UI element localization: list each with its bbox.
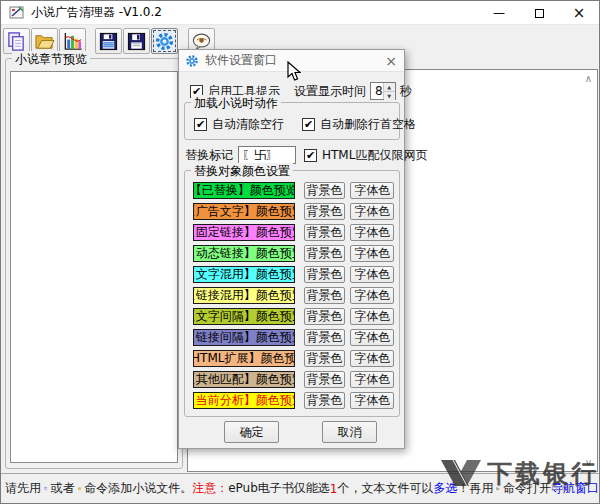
color-setting-row: 【文字间隔】颜色预览 背景色 字体色	[193, 308, 394, 325]
save-floppy-icon	[126, 31, 147, 52]
replace-mark-label: 替换标记	[185, 147, 233, 164]
save-import-button[interactable]	[95, 28, 122, 54]
close-icon: ×	[573, 4, 586, 22]
chart-icon	[62, 31, 83, 52]
settings-button[interactable]	[151, 28, 178, 54]
checkbox-check-icon: ✔	[304, 149, 317, 162]
status-text: 个，文本文件可以	[337, 480, 433, 497]
app-window: 小说广告清理器 -V1.0.2 — × 小说章节预览 ∧ ∨ 软件设置窗口	[0, 0, 600, 504]
html-match-label: HTML匹配仅限网页	[322, 147, 427, 164]
statusbar: 请先用 或者 命令添加小说文件。 注意： ePub电子书仅能选 1 个，文本文件…	[1, 473, 599, 503]
colors-groupbox: 替换对象颜色设置 【已替换】颜色预览 背景色 字体色 【广告文字】颜色预览 背景…	[184, 170, 400, 417]
color-setting-row: 【HTML扩展】颜色预览 背景色 字体色	[193, 350, 394, 367]
clear-blank-lines-checkbox[interactable]: ✔ 自动清除空行	[194, 116, 284, 133]
chapters-groupbox: 小说章节预览	[5, 58, 183, 469]
color-setting-row: 【动态链接】颜色预览 背景色 字体色	[193, 245, 394, 262]
bg-color-button[interactable]: 背景色	[304, 266, 346, 283]
minimize-button[interactable]: —	[479, 1, 519, 25]
status-text: 或者	[51, 480, 75, 497]
status-text: ！再用	[457, 480, 493, 497]
scrollbar-down-arrow[interactable]: ∨	[582, 456, 595, 469]
color-preview-label: 【固定链接】颜色预览	[193, 224, 295, 241]
status-warning: 注意：	[192, 480, 228, 497]
copy-documents-icon	[44, 481, 48, 496]
dialog-title: 软件设置窗口	[205, 52, 277, 69]
bg-color-button[interactable]: 背景色	[304, 287, 346, 304]
color-preview-label: 【链接间隔】颜色预览	[193, 329, 295, 346]
save-database-icon	[98, 31, 119, 52]
display-time-value: 8	[371, 83, 383, 99]
font-color-button[interactable]: 字体色	[350, 266, 394, 283]
status-highlight: 多选	[433, 480, 457, 497]
chapters-group-title: 小说章节预览	[12, 51, 90, 68]
spinner-up-icon[interactable]: ▲	[384, 83, 395, 92]
chapter-list[interactable]	[10, 71, 178, 463]
bg-color-button[interactable]: 背景色	[304, 329, 346, 346]
bg-color-button[interactable]: 背景色	[304, 392, 346, 409]
html-match-checkbox[interactable]: ✔ HTML匹配仅限网页	[304, 147, 427, 164]
status-text: 命令添加小说文件。	[84, 480, 192, 497]
status-text: 请先用	[5, 480, 41, 497]
color-setting-row: 【链接混用】颜色预览 背景色 字体色	[193, 287, 394, 304]
color-setting-row: 【文字混用】颜色预览 背景色 字体色	[193, 266, 394, 283]
font-color-button[interactable]: 字体色	[350, 203, 394, 220]
save-button[interactable]	[123, 28, 150, 54]
color-preview-label: 【文字混用】颜色预览	[193, 266, 295, 283]
font-color-button[interactable]: 字体色	[350, 350, 394, 367]
bg-color-button[interactable]: 背景色	[304, 350, 346, 367]
color-setting-row: 【固定链接】颜色预览 背景色 字体色	[193, 224, 394, 241]
dialog-close-button[interactable]: ×	[382, 52, 400, 70]
color-setting-row: 【链接间隔】颜色预览 背景色 字体色	[193, 329, 394, 346]
font-color-button[interactable]: 字体色	[350, 392, 394, 409]
checkbox-check-icon: ✔	[302, 118, 315, 131]
font-color-button[interactable]: 字体色	[350, 287, 394, 304]
bg-color-button[interactable]: 背景色	[304, 308, 346, 325]
status-text: 命令打开	[503, 480, 551, 497]
color-setting-row: 【已替换】颜色预览 背景色 字体色	[193, 182, 394, 199]
display-time-unit: 秒	[400, 83, 412, 100]
remove-leading-spaces-checkbox[interactable]: ✔ 自动删除行首空格	[302, 116, 416, 133]
copy-documents-icon	[6, 31, 27, 52]
font-color-button[interactable]: 字体色	[350, 245, 394, 262]
bg-color-button[interactable]: 背景色	[304, 245, 346, 262]
display-time-spinner[interactable]: 8 ▲ ▼	[370, 82, 396, 100]
color-setting-row: 【当前分析】颜色预览 背景色 字体色	[193, 392, 394, 409]
open-folder-icon	[34, 31, 55, 52]
scrollbar-up-arrow[interactable]: ∧	[582, 72, 595, 85]
bg-color-button[interactable]: 背景色	[304, 203, 346, 220]
spinner-down-icon[interactable]: ▼	[384, 92, 395, 100]
window-title: 小说广告清理器 -V1.0.2	[31, 4, 162, 21]
maximize-icon	[535, 9, 544, 18]
color-preview-label: 【已替换】颜色预览	[193, 182, 295, 199]
color-rows: 【已替换】颜色预览 背景色 字体色 【广告文字】颜色预览 背景色 字体色 【固定…	[193, 182, 394, 409]
font-color-button[interactable]: 字体色	[350, 308, 394, 325]
load-actions-groupbox: 加载小说时动作 ✔ 自动清除空行 ✔ 自动删除行首空格	[184, 102, 400, 140]
chart-icon	[496, 481, 500, 496]
color-setting-row: 【其他匹配】颜色预览 背景色 字体色	[193, 371, 394, 388]
settings-dialog: 软件设置窗口 × ✔ 启用工具提示 设置显示时间 8 ▲ ▼ 秒 加载小说时动作	[178, 49, 405, 449]
color-preview-label: 【广告文字】颜色预览	[193, 203, 295, 220]
bg-color-button[interactable]: 背景色	[304, 224, 346, 241]
color-preview-label: 【HTML扩展】颜色预览	[193, 350, 295, 367]
bg-color-button[interactable]: 背景色	[304, 182, 346, 199]
ok-button[interactable]: 确定	[224, 421, 279, 443]
checkbox-check-icon: ✔	[194, 118, 207, 131]
status-text: ePub电子书仅能选	[228, 480, 330, 497]
replace-mark-input[interactable]	[238, 146, 296, 164]
cancel-button[interactable]: 取消	[322, 421, 377, 443]
open-folder-icon	[78, 481, 82, 496]
bg-color-button[interactable]: 背景色	[304, 371, 346, 388]
settings-gear-icon	[154, 31, 175, 52]
maximize-button[interactable]	[519, 1, 559, 25]
load-actions-title: 加载小说时动作	[191, 95, 281, 112]
close-button[interactable]: ×	[559, 1, 599, 25]
font-color-button[interactable]: 字体色	[350, 182, 394, 199]
app-icon	[9, 5, 25, 21]
color-preview-label: 【当前分析】颜色预览	[193, 392, 295, 409]
status-highlight: 导航窗口	[551, 480, 599, 497]
font-color-button[interactable]: 字体色	[350, 224, 394, 241]
color-preview-label: 【其他匹配】颜色预览	[193, 371, 295, 388]
color-preview-label: 【链接混用】颜色预览	[193, 287, 295, 304]
font-color-button[interactable]: 字体色	[350, 371, 394, 388]
font-color-button[interactable]: 字体色	[350, 329, 394, 346]
